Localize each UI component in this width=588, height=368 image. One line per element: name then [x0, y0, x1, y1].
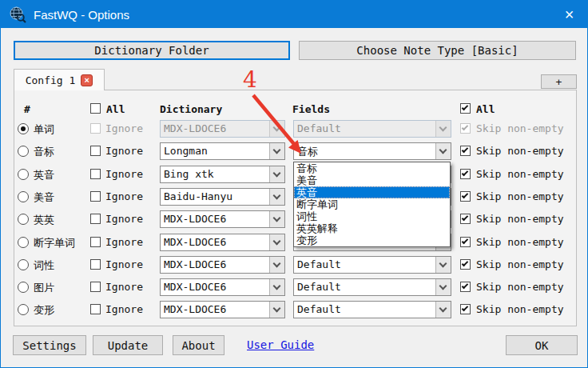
dropdown-arrow-button[interactable]	[435, 302, 451, 318]
settings-button[interactable]: Settings	[13, 335, 86, 355]
skip-non-empty-checkbox[interactable]	[460, 123, 471, 134]
fields-combobox[interactable]: Default	[293, 278, 451, 296]
dropdown-arrow-button[interactable]	[435, 143, 451, 159]
about-button[interactable]: About	[173, 335, 224, 355]
tab-config-1[interactable]: Config 1 ×	[14, 69, 105, 90]
dropdown-arrow-button[interactable]	[269, 211, 284, 227]
dropdown-arrow-button[interactable]	[269, 143, 284, 159]
ignore-checkbox[interactable]	[90, 304, 101, 314]
check-icon	[462, 260, 468, 266]
ignore-checkbox[interactable]	[90, 237, 101, 247]
dropdown-list-item[interactable]: 美音	[294, 174, 450, 186]
dropdown-arrow-button[interactable]	[269, 279, 284, 295]
radio-button[interactable]	[18, 146, 29, 157]
dropdown-list-item[interactable]: 词性	[294, 210, 450, 222]
dictionary-combobox[interactable]: MDX-LDOCE6	[160, 256, 285, 274]
dropdown-arrow-button[interactable]	[435, 121, 451, 137]
dictionary-combobox[interactable]: Bing xtk	[160, 166, 285, 183]
ignore-label: Ignore	[105, 190, 143, 202]
dropdown-arrow-button[interactable]	[269, 189, 284, 205]
chevron-down-icon	[273, 260, 281, 268]
ignore-checkbox[interactable]	[90, 282, 101, 292]
choose-note-type-button[interactable]: Choose Note Type [Basic]	[299, 41, 576, 60]
dropdown-arrow-button[interactable]	[269, 166, 284, 182]
radio-button[interactable]	[18, 191, 29, 202]
all-skip-checkbox[interactable]	[460, 103, 471, 114]
dropdown-list-item[interactable]: 英英解释	[294, 222, 450, 234]
column-header-all-left: All	[106, 103, 125, 118]
dropdown-arrow-button[interactable]	[269, 121, 284, 137]
update-button[interactable]: Update	[93, 335, 163, 355]
skip-non-empty-label: Skip non-empty	[476, 190, 564, 202]
chevron-down-icon	[439, 260, 447, 268]
table-row: 变形 Ignore MDX-LDOCE6 Default Skip non-em…	[14, 298, 576, 321]
column-header-fields: Fields	[292, 103, 330, 118]
ignore-checkbox[interactable]	[90, 259, 101, 270]
user-guide-link[interactable]: User Guide	[247, 338, 314, 351]
dictionary-combobox[interactable]: Baidu-Hanyu	[160, 188, 285, 206]
radio-button[interactable]	[18, 169, 29, 180]
skip-non-empty-checkbox[interactable]	[460, 259, 471, 270]
fields-combobox[interactable]: Default	[293, 120, 451, 138]
ignore-label: Ignore	[105, 122, 143, 134]
dictionary-combobox[interactable]: MDX-LDOCE6	[160, 234, 285, 251]
dropdown-arrow-button[interactable]	[269, 302, 284, 318]
skip-non-empty-checkbox[interactable]	[460, 304, 471, 314]
dropdown-arrow-button[interactable]	[269, 257, 284, 273]
fields-combobox[interactable]: 音标	[293, 142, 451, 160]
ignore-checkbox[interactable]	[90, 214, 101, 224]
ignore-label: Ignore	[105, 213, 143, 225]
dropdown-arrow-button[interactable]	[269, 234, 284, 250]
dropdown-arrow-button[interactable]	[435, 279, 451, 295]
fields-value: Default	[297, 122, 433, 134]
skip-non-empty-checkbox[interactable]	[460, 146, 471, 156]
dictionary-combobox[interactable]: MDX-LDOCE6	[160, 120, 285, 138]
close-icon[interactable]: ×	[551, 1, 587, 28]
dictionary-combobox[interactable]: MDX-LDOCE6	[160, 210, 285, 228]
skip-non-empty-checkbox[interactable]	[460, 237, 471, 247]
skip-non-empty-checkbox[interactable]	[460, 282, 471, 292]
check-icon	[462, 192, 468, 198]
dictionary-folder-button[interactable]: Dictionary Folder	[14, 41, 290, 60]
radio-button[interactable]	[18, 282, 29, 293]
fields-value: Default	[297, 258, 433, 270]
ignore-label: Ignore	[105, 236, 143, 248]
chevron-down-icon	[439, 124, 447, 132]
radio-button[interactable]	[18, 259, 29, 270]
skip-non-empty-label: Skip non-empty	[476, 122, 564, 134]
skip-non-empty-label: Skip non-empty	[476, 236, 564, 248]
skip-non-empty-checkbox[interactable]	[460, 214, 471, 224]
radio-button[interactable]	[18, 304, 29, 315]
all-ignore-checkbox[interactable]	[90, 103, 101, 114]
ignore-checkbox[interactable]	[90, 191, 101, 202]
radio-button[interactable]	[18, 214, 29, 225]
fields-combobox[interactable]: Default	[293, 301, 451, 318]
ignore-checkbox[interactable]	[90, 169, 101, 179]
dropdown-list-item[interactable]: 变形	[294, 234, 450, 246]
skip-non-empty-label: Skip non-empty	[476, 281, 564, 293]
ignore-checkbox[interactable]	[90, 123, 101, 134]
dropdown-list-item[interactable]: 断字单词	[294, 198, 450, 210]
skip-non-empty-checkbox[interactable]	[460, 191, 471, 202]
ignore-label: Ignore	[105, 303, 143, 315]
dropdown-list-item[interactable]: 音标	[294, 162, 450, 174]
fields-combobox[interactable]: Default	[293, 256, 451, 274]
table-row: 词性 Ignore MDX-LDOCE6 Default Skip non-em…	[14, 254, 576, 276]
ok-button[interactable]: OK	[506, 335, 578, 355]
dropdown-list-item[interactable]: 英音	[294, 186, 450, 198]
chevron-down-icon	[273, 305, 281, 313]
row-label: 英音	[34, 168, 54, 182]
dictionary-combobox[interactable]: MDX-LDOCE6	[160, 301, 285, 318]
radio-button[interactable]	[18, 123, 29, 134]
radio-button[interactable]	[18, 237, 29, 248]
dropdown-arrow-button[interactable]	[435, 257, 451, 273]
annotation-number: 4	[243, 66, 257, 93]
add-tab-button[interactable]: +	[541, 74, 577, 89]
dictionary-combobox[interactable]: MDX-LDOCE6	[160, 278, 285, 296]
skip-non-empty-checkbox[interactable]	[460, 169, 471, 179]
tab-close-icon[interactable]: ×	[81, 74, 93, 86]
chevron-down-icon	[273, 214, 281, 222]
chevron-down-icon	[273, 146, 281, 154]
dictionary-combobox[interactable]: Longman	[160, 142, 285, 160]
ignore-checkbox[interactable]	[90, 146, 101, 156]
